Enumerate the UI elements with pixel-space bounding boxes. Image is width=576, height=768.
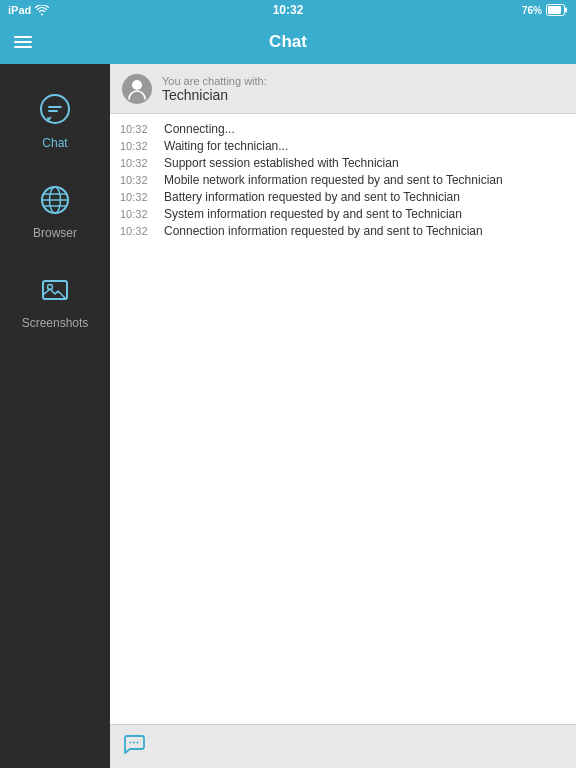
message-text: Connecting... [164, 122, 235, 136]
nav-title: Chat [269, 32, 307, 52]
svg-point-3 [41, 95, 69, 123]
bottom-bar [110, 724, 576, 768]
message-row: 10:32Connecting... [120, 122, 566, 136]
message-time: 10:32 [120, 122, 158, 135]
sidebar-screenshots-label: Screenshots [22, 316, 89, 330]
menu-button[interactable] [14, 36, 32, 48]
message-time: 10:32 [120, 139, 158, 152]
svg-point-10 [130, 741, 132, 743]
message-time: 10:32 [120, 156, 158, 169]
message-text: Connection information requested by and … [164, 224, 483, 238]
message-text: Waiting for technician... [164, 139, 288, 153]
message-row: 10:32Support session established with Te… [120, 156, 566, 170]
status-right: 76% [522, 4, 568, 16]
image-icon [33, 268, 77, 312]
status-time: 10:32 [273, 3, 304, 17]
status-left: iPad [8, 4, 49, 16]
svg-rect-1 [548, 6, 561, 14]
sidebar-browser-label: Browser [33, 226, 77, 240]
message-row: 10:32Waiting for technician... [120, 139, 566, 153]
status-bar: iPad 10:32 76% [0, 0, 576, 20]
message-text: Support session established with Technic… [164, 156, 399, 170]
svg-point-11 [133, 741, 135, 743]
message-time: 10:32 [120, 207, 158, 220]
message-text: Mobile network information requested by … [164, 173, 503, 187]
svg-point-12 [137, 741, 139, 743]
avatar [122, 74, 152, 104]
battery-percent: 76% [522, 5, 542, 16]
message-time: 10:32 [120, 224, 158, 237]
message-text: System information requested by and sent… [164, 207, 462, 221]
sidebar-chat-label: Chat [42, 136, 67, 150]
message-row: 10:32Mobile network information requeste… [120, 173, 566, 187]
chat-header: You are chatting with: Technician [110, 64, 576, 114]
sidebar: Chat Browser Sc [0, 64, 110, 768]
message-row: 10:32System information requested by and… [120, 207, 566, 221]
ipad-label: iPad [8, 4, 31, 16]
svg-point-9 [132, 80, 142, 90]
sidebar-item-browser[interactable]: Browser [0, 164, 110, 254]
message-time: 10:32 [120, 190, 158, 203]
sidebar-item-screenshots[interactable]: Screenshots [0, 254, 110, 344]
svg-rect-2 [565, 8, 568, 13]
message-row: 10:32Battery information requested by an… [120, 190, 566, 204]
wifi-icon [35, 5, 49, 16]
sidebar-item-chat[interactable]: Chat [0, 74, 110, 164]
globe-icon [33, 178, 77, 222]
message-row: 10:32Connection information requested by… [120, 224, 566, 238]
content-area: You are chatting with: Technician 10:32C… [110, 64, 576, 768]
chat-header-text: You are chatting with: Technician [162, 75, 267, 103]
messages-area[interactable]: 10:32Connecting...10:32Waiting for techn… [110, 114, 576, 724]
chat-header-name: Technician [162, 87, 267, 103]
main-layout: Chat Browser Sc [0, 64, 576, 768]
nav-bar: Chat [0, 20, 576, 64]
compose-chat-icon[interactable] [122, 732, 146, 762]
battery-icon [546, 4, 568, 16]
message-time: 10:32 [120, 173, 158, 186]
chat-bubble-icon [33, 88, 77, 132]
message-text: Battery information requested by and sen… [164, 190, 460, 204]
chat-header-sublabel: You are chatting with: [162, 75, 267, 87]
